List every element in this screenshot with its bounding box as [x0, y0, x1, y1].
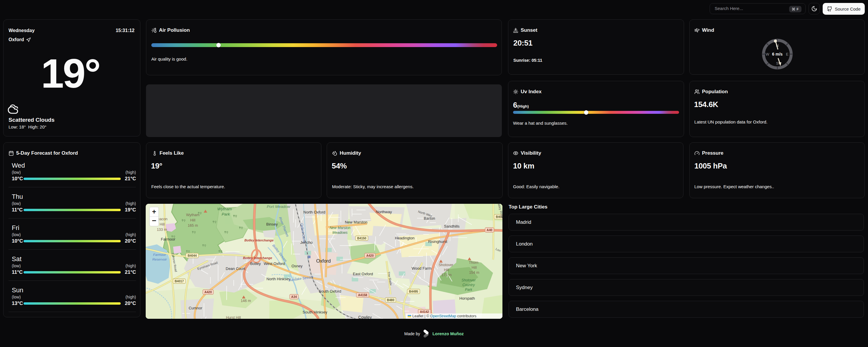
svg-text:Sandhills: Sandhills [444, 224, 460, 229]
svg-text:6 m/s: 6 m/s [772, 52, 783, 57]
svg-text:A420: A420 [366, 254, 373, 257]
svg-text:Country: Country [462, 283, 475, 287]
svg-text:eacon: eacon [157, 217, 167, 221]
svg-text:Hill: Hill [159, 222, 164, 227]
svg-text:−: − [152, 216, 156, 225]
svg-text:A34: A34 [291, 295, 297, 299]
svg-text:Risinghurst: Risinghurst [428, 239, 447, 244]
svg-text:E: E [786, 52, 788, 57]
svg-text:New Marston: New Marston [330, 226, 350, 230]
svg-text:B480: B480 [387, 298, 394, 302]
svg-text:Northway: Northway [376, 210, 392, 214]
svg-text:A40: A40 [487, 228, 492, 232]
svg-text:South Oxford: South Oxford [319, 289, 341, 293]
svg-text:Wytham: Wytham [217, 207, 232, 211]
svg-text:Osney: Osney [291, 264, 303, 268]
svg-text:A4142: A4142 [420, 310, 429, 313]
svg-text:Shotover: Shotover [462, 278, 476, 282]
svg-text:West Oxford: West Oxford [264, 262, 285, 266]
svg-text:Cumnor: Cumnor [189, 306, 203, 310]
svg-text:Horspath: Horspath [460, 296, 475, 301]
svg-text:B4495: B4495 [409, 290, 418, 293]
svg-text:Dean Court: Dean Court [226, 267, 246, 271]
svg-text:S: S [776, 61, 779, 66]
svg-text:North Hinksey: North Hinksey [267, 277, 290, 281]
svg-text:B4150: B4150 [357, 236, 367, 240]
svg-text:Botley: Botley [250, 262, 261, 266]
svg-text:Cowley: Cowley [358, 315, 372, 319]
svg-text:Port Meadow: Port Meadow [267, 204, 290, 209]
svg-text:Binsey: Binsey [266, 222, 278, 227]
svg-text:Leaflet | © OpenStreetMap cont: Leaflet | © OpenStreetMap contributors [412, 314, 476, 318]
svg-text:Reservoir: Reservoir [152, 257, 167, 261]
svg-text:Jericho: Jericho [300, 240, 313, 245]
svg-text:East Oxford: East Oxford [353, 272, 373, 276]
svg-text:Botley Interchange: Botley Interchange [244, 239, 273, 242]
svg-text:B4044: B4044 [188, 254, 197, 257]
svg-text:146 m: 146 m [241, 299, 251, 303]
svg-text:North Oxford: North Oxford [304, 210, 325, 214]
svg-text:171 m: 171 m [441, 273, 452, 277]
svg-text:Oxford: Oxford [316, 258, 331, 264]
svg-text:Shotover: Shotover [439, 263, 453, 267]
svg-text:W: W [766, 52, 769, 57]
svg-text:Farmoor: Farmoor [161, 237, 176, 241]
svg-text:B4017: B4017 [175, 279, 184, 283]
svg-text:Thorn: Thorn [469, 261, 478, 265]
svg-text:Park: Park [222, 212, 230, 216]
svg-text:New Marston: New Marston [345, 220, 368, 224]
svg-text:165 m: 165 m [188, 223, 198, 228]
svg-text:+: + [152, 208, 156, 215]
svg-text:A420: A420 [204, 290, 212, 294]
svg-text:Wood Farm: Wood Farm [411, 266, 432, 271]
svg-text:A4158: A4158 [358, 293, 367, 297]
svg-text:Hill: Hill [471, 266, 476, 270]
svg-text:154 m: 154 m [469, 271, 479, 275]
svg-text:Headington: Headington [395, 236, 415, 240]
svg-text:Hurst Hill: Hurst Hill [226, 316, 241, 319]
svg-text:Hill: Hill [190, 218, 195, 222]
svg-text:Wytham: Wytham [186, 213, 199, 217]
svg-text:Botley Interchange: Botley Interchange [243, 256, 272, 260]
svg-text:South Hinksey: South Hinksey [303, 310, 327, 314]
svg-text:Hill: Hill [444, 268, 449, 272]
svg-text:133 m: 133 m [157, 228, 167, 232]
svg-text:Meadows: Meadows [332, 231, 347, 235]
svg-text:Farmoor: Farmoor [153, 253, 166, 256]
svg-text:Park: Park [465, 288, 473, 292]
